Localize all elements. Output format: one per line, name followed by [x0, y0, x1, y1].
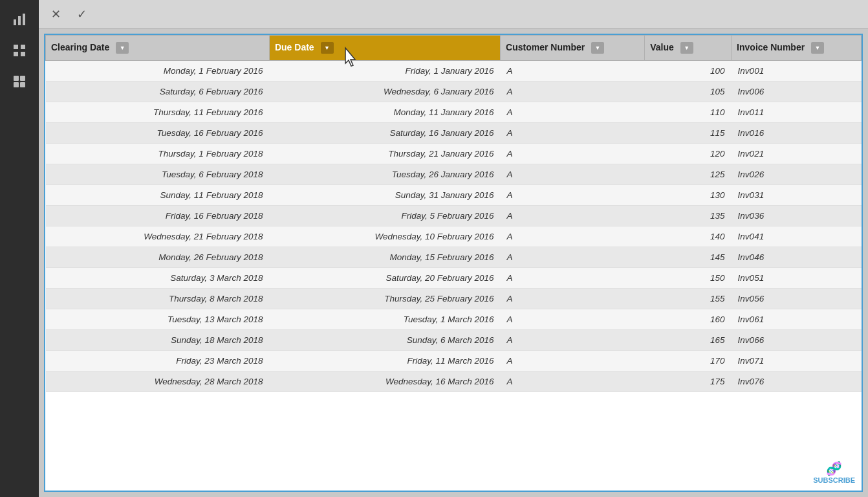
table-cell: A [501, 330, 645, 351]
table-cell: A [501, 206, 645, 226]
svg-rect-3 [14, 45, 18, 49]
grid-icon[interactable] [5, 36, 34, 65]
table-cell: 110 [645, 102, 732, 123]
table-cell: Monday, 11 January 2016 [269, 102, 500, 123]
table-cell: 120 [645, 144, 732, 164]
svg-rect-8 [20, 76, 25, 81]
table-cell: Saturday, 6 February 2016 [46, 82, 270, 102]
table-cell: A [501, 102, 645, 123]
table-cell: Thursday, 21 January 2016 [269, 144, 500, 164]
table-cell: Monday, 15 February 2016 [269, 247, 500, 268]
table-cell: Inv001 [732, 61, 862, 82]
table-cell: A [501, 226, 645, 247]
table-cell: Inv031 [732, 185, 862, 206]
svg-rect-10 [20, 82, 25, 87]
table-cell: Friday, 11 March 2016 [269, 351, 500, 371]
table-cell: 165 [645, 330, 732, 351]
data-table: Clearing Date Due Date Customer Number V… [45, 35, 862, 392]
table-cell: Inv036 [732, 206, 862, 226]
table-row: Saturday, 6 February 2016Wednesday, 6 Ja… [46, 82, 862, 102]
table-cell: Friday, 16 February 2018 [46, 206, 270, 226]
table-cell: Thursday, 1 February 2018 [46, 144, 270, 164]
svg-rect-6 [21, 52, 25, 56]
table-row: Thursday, 1 February 2018Thursday, 21 Ja… [46, 144, 862, 164]
svg-rect-0 [14, 19, 16, 25]
table-cell: 100 [645, 61, 732, 82]
clearing-date-dropdown[interactable] [116, 42, 129, 54]
table-cell: 115 [645, 123, 732, 144]
table-cell: A [501, 82, 645, 102]
table-cell: Tuesday, 16 February 2016 [46, 123, 270, 144]
table-cell: 130 [645, 185, 732, 206]
table-cell: 175 [645, 371, 732, 392]
col-header-customer-number[interactable]: Customer Number [501, 36, 645, 61]
table-cell: A [501, 268, 645, 289]
table-body: Monday, 1 February 2016Friday, 1 January… [46, 61, 862, 392]
table-cell: Wednesday, 6 January 2016 [269, 82, 500, 102]
cancel-button[interactable]: ✕ [44, 4, 67, 25]
table-row: Wednesday, 21 February 2018Wednesday, 10… [46, 226, 862, 247]
toolbar: ✕ ✓ [39, 0, 868, 28]
sidebar [0, 0, 39, 497]
table-cell: 160 [645, 309, 732, 330]
invoice-number-dropdown[interactable] [811, 42, 824, 54]
col-header-clearing-date[interactable]: Clearing Date [46, 36, 270, 61]
table-cell: Sunday, 6 March 2016 [269, 330, 500, 351]
table-row: Saturday, 3 March 2018Saturday, 20 Febru… [46, 268, 862, 289]
table-cell: A [501, 289, 645, 309]
table-cell: Inv056 [732, 289, 862, 309]
table-cell: Monday, 26 February 2018 [46, 247, 270, 268]
table-cell: Inv051 [732, 268, 862, 289]
table-cell: Thursday, 11 February 2016 [46, 102, 270, 123]
svg-rect-4 [21, 45, 25, 49]
table-cell: Wednesday, 28 March 2018 [46, 371, 270, 392]
svg-rect-5 [14, 52, 18, 56]
table-cell: Saturday, 16 January 2016 [269, 123, 500, 144]
table-cell: Inv061 [732, 309, 862, 330]
col-header-value[interactable]: Value [645, 36, 732, 61]
table-cell: 170 [645, 351, 732, 371]
table-cell: 150 [645, 268, 732, 289]
table-cell: A [501, 185, 645, 206]
table-cell: Inv011 [732, 102, 862, 123]
table-cell: Friday, 5 February 2016 [269, 206, 500, 226]
table-cell: Inv021 [732, 144, 862, 164]
col-header-due-date[interactable]: Due Date [269, 36, 500, 61]
table-row: Tuesday, 16 February 2016Saturday, 16 Ja… [46, 123, 862, 144]
components-icon[interactable] [5, 67, 34, 96]
table-cell: Wednesday, 16 March 2016 [269, 371, 500, 392]
table-cell: Inv076 [732, 371, 862, 392]
col-header-invoice-number[interactable]: Invoice Number [732, 36, 862, 61]
value-dropdown[interactable] [680, 42, 693, 54]
table-cell: Inv071 [732, 351, 862, 371]
table-cell: Inv016 [732, 123, 862, 144]
table-cell: Thursday, 25 February 2016 [269, 289, 500, 309]
due-date-dropdown[interactable] [321, 42, 334, 54]
confirm-button[interactable]: ✓ [70, 4, 93, 25]
table-row: Thursday, 11 February 2016Monday, 11 Jan… [46, 102, 862, 123]
table-cell: 125 [645, 164, 732, 185]
table-row: Friday, 23 March 2018Friday, 11 March 20… [46, 351, 862, 371]
table-cell: Sunday, 11 February 2018 [46, 185, 270, 206]
table-cell: A [501, 309, 645, 330]
bar-chart-icon[interactable] [5, 5, 34, 34]
table-cell: Tuesday, 1 March 2016 [269, 309, 500, 330]
table-cell: 155 [645, 289, 732, 309]
table-row: Thursday, 8 March 2018Thursday, 25 Febru… [46, 289, 862, 309]
table-row: Wednesday, 28 March 2018Wednesday, 16 Ma… [46, 371, 862, 392]
table-cell: A [501, 61, 645, 82]
table-cell: Friday, 1 January 2016 [269, 61, 500, 82]
table-cell: Friday, 23 March 2018 [46, 351, 270, 371]
table-row: Monday, 26 February 2018Monday, 15 Febru… [46, 247, 862, 268]
table-cell: Sunday, 18 March 2018 [46, 330, 270, 351]
customer-number-dropdown[interactable] [591, 42, 604, 54]
table-row: Tuesday, 6 February 2018Tuesday, 26 Janu… [46, 164, 862, 185]
data-table-wrapper: Clearing Date Due Date Customer Number V… [44, 34, 863, 492]
table-cell: Tuesday, 13 March 2018 [46, 309, 270, 330]
table-cell: Inv006 [732, 82, 862, 102]
table-row: Monday, 1 February 2016Friday, 1 January… [46, 61, 862, 82]
table-cell: 140 [645, 226, 732, 247]
table-cell: Saturday, 20 February 2016 [269, 268, 500, 289]
main-area: ✕ ✓ Clearing Date Due Date Customer Numb… [39, 0, 868, 497]
table-header-row: Clearing Date Due Date Customer Number V… [46, 36, 862, 61]
